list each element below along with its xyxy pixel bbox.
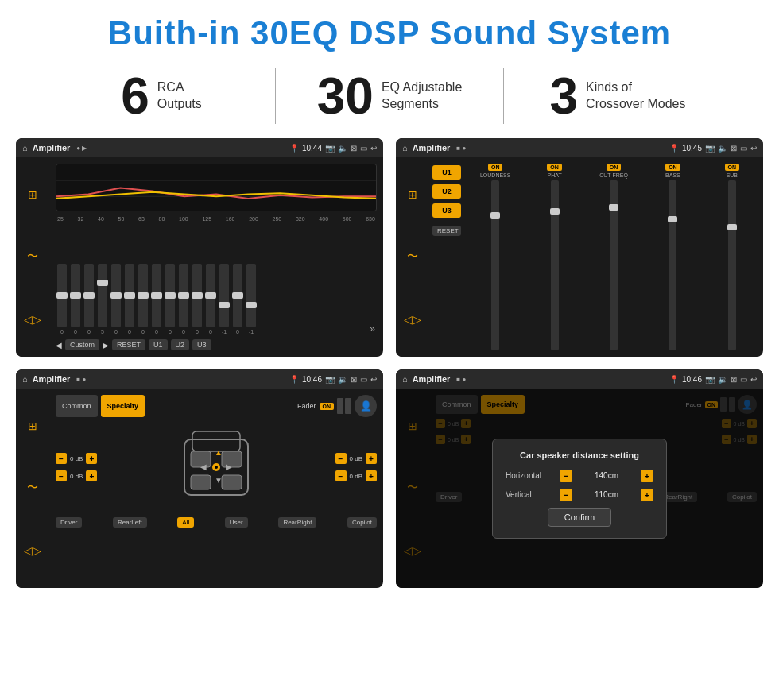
bass-slider[interactable] (669, 180, 676, 350)
rear-right-btn[interactable]: RearRight (278, 517, 316, 528)
u1-button[interactable]: U1 (149, 339, 168, 350)
u1-preset-btn[interactable]: U1 (432, 165, 461, 180)
loudness-on-btn[interactable]: ON (488, 164, 503, 171)
bass-thumb[interactable] (668, 216, 677, 222)
eq-slider-track-5[interactable] (125, 264, 134, 327)
eq-slider-thumb-0[interactable] (56, 292, 68, 299)
eq-slider-track-1[interactable] (71, 264, 80, 327)
eq-slider-thumb-11[interactable] (205, 292, 216, 299)
home-icon-2[interactable]: ⌂ (402, 143, 408, 153)
db-minus-tl[interactable]: − (56, 453, 67, 464)
eq-slider-track-6[interactable] (138, 264, 148, 327)
eq-slider-track-10[interactable] (192, 264, 202, 327)
db-plus-tl[interactable]: + (86, 453, 97, 464)
u2-preset-btn[interactable]: U2 (432, 184, 461, 199)
sub-on-btn[interactable]: ON (725, 164, 740, 171)
home-icon[interactable]: ⌂ (22, 143, 28, 153)
eq-slider-thumb-7[interactable] (151, 292, 162, 299)
db-minus-bl[interactable]: − (56, 470, 67, 481)
ctrl-sidebar-icon1[interactable]: ⊞ (408, 188, 417, 201)
u3-button[interactable]: U3 (192, 339, 211, 350)
reset-preset-btn[interactable]: RESET (432, 226, 461, 236)
db-plus-tr[interactable]: + (366, 453, 377, 464)
back-icon[interactable]: ↩ (370, 144, 377, 153)
phat-thumb[interactable] (550, 208, 560, 215)
fader-on-btn[interactable]: ON (320, 403, 335, 410)
eq-slider-thumb-12[interactable] (219, 302, 230, 308)
freq-label-14: 630 (366, 216, 375, 222)
eq-slider-track-12[interactable] (219, 264, 229, 327)
db-minus-tr[interactable]: − (335, 453, 347, 464)
spk-sidebar-icon2[interactable]: 〜 (27, 481, 38, 495)
vertical-plus-btn[interactable]: + (641, 489, 653, 501)
eq-slider-track-3[interactable] (98, 264, 107, 327)
custom-button[interactable]: Custom (65, 339, 99, 350)
fader-track-1[interactable] (337, 398, 343, 414)
cutfreq-thumb[interactable] (609, 204, 618, 211)
spk-sidebar-icon1[interactable]: ⊞ (28, 420, 37, 432)
reset-button[interactable]: RESET (112, 339, 145, 350)
user-btn[interactable]: User (225, 517, 248, 528)
eq-slider-track-11[interactable] (206, 264, 215, 327)
home-icon-4[interactable]: ⌂ (402, 374, 408, 384)
eq-slider-track-14[interactable] (246, 264, 256, 327)
phat-on-btn[interactable]: ON (547, 164, 562, 171)
loudness-slider[interactable] (491, 180, 499, 350)
eq-slider-track-2[interactable] (84, 264, 94, 327)
sub-slider[interactable] (728, 180, 736, 350)
loudness-thumb[interactable] (490, 212, 500, 219)
ctrl-sidebar-icon3[interactable]: ◁▷ (404, 313, 421, 326)
horizontal-plus-btn[interactable]: + (641, 470, 653, 482)
bass-on-btn[interactable]: ON (665, 164, 680, 171)
cutfreq-slider[interactable] (610, 180, 618, 350)
eq-slider-thumb-6[interactable] (138, 292, 149, 299)
tab-common[interactable]: Common (56, 395, 98, 417)
eq-slider-thumb-14[interactable] (246, 302, 257, 308)
eq-slider-thumb-2[interactable] (83, 292, 95, 299)
back-icon-3[interactable]: ↩ (370, 375, 377, 384)
ctrl-sidebar-icon2[interactable]: 〜 (407, 249, 418, 264)
eq-slider-thumb-1[interactable] (70, 292, 81, 299)
rear-left-btn[interactable]: RearLeft (113, 517, 147, 528)
next-button[interactable]: ▶ (103, 341, 109, 350)
u2-button[interactable]: U2 (171, 339, 190, 350)
eq-slider-track-9[interactable] (179, 264, 188, 327)
horizontal-minus-btn[interactable]: − (560, 470, 572, 482)
db-minus-br[interactable]: − (335, 470, 347, 481)
eq-slider-thumb-8[interactable] (165, 292, 176, 299)
eq-slider-thumb-9[interactable] (178, 292, 189, 299)
eq-slider-thumb-13[interactable] (232, 292, 243, 299)
db-plus-br[interactable]: + (366, 470, 377, 481)
eq-slider-track-7[interactable] (152, 264, 161, 327)
home-icon-3[interactable]: ⌂ (22, 374, 28, 384)
tab-specialty[interactable]: Specialty (101, 395, 145, 417)
back-icon-4[interactable]: ↩ (750, 375, 757, 384)
eq-more-icon[interactable]: » (370, 323, 375, 335)
db-plus-bl[interactable]: + (86, 470, 97, 481)
fader-track-2[interactable] (345, 398, 351, 414)
eq-slider-thumb-3[interactable] (97, 280, 108, 286)
eq-slider-track-13[interactable] (233, 264, 242, 327)
eq-slider-track-4[interactable] (111, 264, 121, 327)
user-icon[interactable]: 👤 (355, 395, 377, 417)
copilot-btn[interactable]: Copilot (347, 517, 377, 528)
confirm-button[interactable]: Confirm (548, 508, 612, 527)
eq-slider-thumb-4[interactable] (110, 292, 122, 299)
spk-sidebar-icon3[interactable]: ◁▷ (24, 544, 41, 557)
driver-btn[interactable]: Driver (56, 517, 82, 528)
eq-slider-thumb-5[interactable] (124, 292, 135, 299)
sub-thumb[interactable] (727, 224, 737, 230)
eq-slider-track-8[interactable] (165, 264, 175, 327)
phat-slider[interactable] (551, 180, 559, 350)
eq-sidebar-icon2[interactable]: 〜 (27, 249, 38, 264)
back-icon-2[interactable]: ↩ (750, 144, 757, 153)
eq-slider-thumb-10[interactable] (192, 292, 203, 299)
eq-sidebar-icon3[interactable]: ◁▷ (24, 313, 41, 326)
eq-slider-track-0[interactable] (57, 264, 67, 327)
eq-sidebar-icon1[interactable]: ⊞ (28, 188, 37, 201)
vertical-minus-btn[interactable]: − (560, 489, 572, 501)
cutfreq-on-btn[interactable]: ON (607, 164, 622, 171)
prev-button[interactable]: ◀ (56, 341, 62, 350)
u3-preset-btn[interactable]: U3 (432, 203, 461, 218)
all-btn[interactable]: All (177, 517, 194, 528)
